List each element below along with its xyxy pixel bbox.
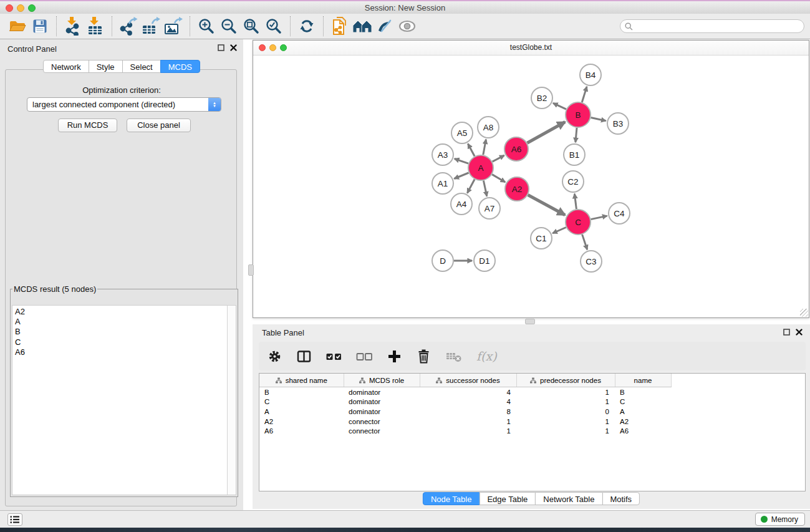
zoom-out-icon[interactable] [218, 15, 240, 37]
tab-motifs[interactable]: Motifs [602, 492, 640, 505]
network-window-titlebar[interactable]: testGlobe.txt [253, 41, 809, 56]
show-columns-button[interactable] [296, 349, 312, 364]
memory-button[interactable]: Memory [755, 513, 805, 526]
close-panel-icon[interactable] [230, 44, 237, 51]
function-builder-button[interactable]: f(x) [476, 349, 497, 363]
open-ndex-icon[interactable] [329, 15, 351, 37]
toolbar-separator [112, 16, 112, 36]
graph-edge[interactable] [528, 195, 566, 215]
import-table-icon[interactable] [84, 15, 107, 37]
graph-edge[interactable] [492, 175, 505, 182]
graph-edge[interactable] [455, 159, 468, 164]
save-session-icon[interactable] [29, 15, 51, 37]
add-column-button[interactable] [387, 349, 402, 364]
network-canvas[interactable]: B4B2BB3A5A8A6B1A3AA1A2C2A4A7C4CC1C3DD1 [253, 55, 809, 317]
refresh-layout-icon[interactable] [296, 15, 318, 37]
graph-edge[interactable] [553, 103, 566, 109]
mcds-result-item[interactable]: B [15, 327, 236, 337]
graph-edge[interactable] [582, 235, 587, 249]
export-network-icon[interactable] [117, 15, 140, 37]
hide-graphics-details-icon[interactable] [374, 15, 396, 37]
import-network-icon[interactable] [62, 15, 84, 37]
tab-style[interactable]: Style [89, 60, 123, 73]
attribute-type-icon [276, 377, 282, 384]
delete-columns-button[interactable] [416, 349, 432, 364]
export-table-icon[interactable] [140, 15, 162, 37]
mcds-result-item[interactable]: C [15, 337, 236, 347]
plus-icon [387, 349, 402, 364]
tab-mcds[interactable]: MCDS [160, 60, 200, 73]
graph-edge[interactable] [468, 144, 475, 157]
columns-icon [296, 349, 312, 364]
show-hide-panel-eye-icon[interactable] [396, 15, 418, 37]
graph-edge[interactable] [454, 173, 468, 179]
zoom-in-icon[interactable] [195, 15, 218, 37]
tab-select[interactable]: Select [122, 60, 161, 73]
zoom-fit-glyph [243, 18, 259, 34]
mcds-result-item[interactable]: A6 [15, 347, 236, 357]
graph-edge[interactable] [591, 118, 606, 121]
vertical-splitter-grip[interactable] [248, 264, 254, 276]
select-all-columns-button[interactable] [325, 349, 342, 364]
graph-node-label: A2 [512, 185, 523, 194]
horizontal-splitter-grip[interactable] [525, 319, 535, 324]
graph-edge[interactable] [493, 155, 504, 162]
col-successor-nodes[interactable]: successor nodes [420, 374, 516, 387]
graph-edge[interactable] [528, 122, 566, 143]
task-history-button[interactable] [7, 513, 22, 526]
search-field[interactable] [620, 19, 804, 33]
graph-edge[interactable] [483, 140, 486, 155]
delete-table-button[interactable] [445, 349, 463, 364]
application-window: Session: New Session [0, 0, 810, 532]
table-options-button[interactable] [267, 349, 282, 364]
col-mcds-role[interactable]: MCDS role [344, 374, 420, 387]
table-row[interactable]: A2connector11A2 [259, 417, 805, 427]
fx-icon: f(x) [476, 349, 497, 363]
graph-node-label: A8 [483, 123, 494, 132]
export-image-icon[interactable] [162, 15, 185, 37]
mcds-result-item[interactable]: A [15, 317, 236, 327]
mcds-result-item[interactable]: A2 [15, 307, 236, 317]
trash-icon [416, 349, 432, 364]
graph-edge[interactable] [582, 87, 587, 102]
graph-edge[interactable] [591, 216, 607, 220]
toolbar-separator [56, 16, 57, 36]
graph-edge[interactable] [576, 128, 577, 142]
close-table-panel-icon[interactable] [796, 329, 803, 336]
network-graph[interactable]: B4B2BB3A5A8A6B1A3AA1A2C2A4A7C4CC1C3DD1 [253, 55, 809, 317]
table-row[interactable]: Cdominator41C [259, 397, 805, 407]
mcds-result-list[interactable]: A2ABCA6 [12, 305, 236, 495]
table-row[interactable]: Bdominator41B [259, 387, 805, 397]
zoom-fit-icon[interactable] [240, 15, 263, 37]
workspace-area: testGlobe.txt B4B2BB3A5A8A6B1A3AA1A2C2A4… [243, 39, 810, 510]
table-row[interactable]: A6connector11A6 [259, 426, 805, 436]
run-mcds-button[interactable]: Run MCDS [58, 118, 117, 132]
eye-glyph [398, 20, 417, 32]
unselect-all-columns-button[interactable] [356, 349, 373, 364]
window-resize-grip[interactable] [800, 309, 808, 317]
tab-network-table[interactable]: Network Table [535, 492, 602, 505]
graph-edge[interactable] [574, 194, 576, 210]
control-panel-title: Control Panel [7, 44, 57, 54]
float-table-panel-icon[interactable] [783, 329, 790, 336]
graph-edge[interactable] [552, 228, 566, 234]
col-shared-name[interactable]: shared name [259, 374, 344, 387]
zoom-selected-icon[interactable] [263, 15, 285, 37]
tab-node-table[interactable]: Node Table [423, 492, 480, 505]
memory-label: Memory [771, 515, 798, 524]
graph-edge[interactable] [483, 181, 486, 196]
table-panel: Table Panel [253, 324, 810, 509]
tab-network[interactable]: Network [43, 60, 89, 73]
home-icon[interactable] [351, 15, 374, 37]
col-predecessor-nodes[interactable]: predecessor nodes [516, 374, 615, 387]
open-session-icon[interactable] [6, 15, 29, 37]
col-name[interactable]: name [615, 374, 671, 387]
close-panel-button[interactable]: Close panel [127, 118, 191, 132]
graph-edge[interactable] [467, 180, 475, 193]
tab-edge-table[interactable]: Edge Table [479, 492, 536, 505]
search-input[interactable] [635, 21, 794, 31]
table-row[interactable]: Adominator80A [259, 407, 805, 417]
mcds-list-scrollbar[interactable] [227, 306, 236, 495]
float-panel-icon[interactable] [218, 44, 224, 51]
optimization-criterion-select[interactable]: largest connected component (directed) ▲… [27, 97, 221, 112]
